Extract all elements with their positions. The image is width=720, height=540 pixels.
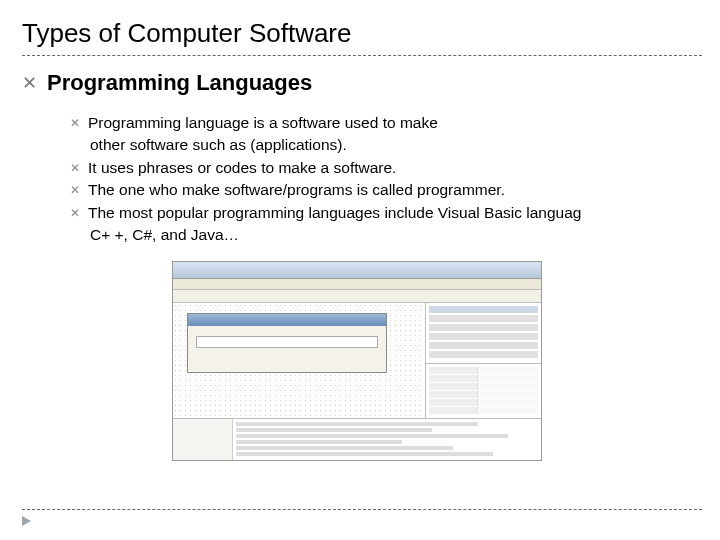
list-item: ✕ The one who make software/programs is … <box>70 179 720 201</box>
ide-titlebar <box>173 262 541 279</box>
heading-row: ✕ Programming Languages <box>22 70 720 96</box>
ide-properties-panel <box>426 364 541 418</box>
next-arrow-icon <box>22 516 31 526</box>
bullet-icon: ✕ <box>70 205 80 222</box>
ide-right-panels <box>426 303 541 418</box>
divider-top <box>22 55 702 56</box>
property-row <box>429 399 538 406</box>
ide-form-window <box>187 313 387 373</box>
tree-row <box>429 342 538 349</box>
tree-row <box>429 315 538 322</box>
slide: Types of Computer Software ✕ Programming… <box>0 0 720 540</box>
bullet-icon: ✕ <box>70 160 80 177</box>
tree-row <box>429 324 538 331</box>
ide-designer-canvas <box>173 303 426 418</box>
slide-title: Types of Computer Software <box>22 18 720 49</box>
ide-output-panel <box>173 418 541 460</box>
ide-body <box>173 303 541 418</box>
list-item: ✕ Programming language is a software use… <box>70 112 720 134</box>
tree-row <box>429 351 538 358</box>
section-heading: Programming Languages <box>47 70 312 96</box>
ide-form-textbox <box>196 336 378 348</box>
tree-row <box>429 333 538 340</box>
property-row <box>429 375 538 382</box>
ide-solution-explorer <box>426 303 541 364</box>
tree-row <box>429 306 538 313</box>
ide-toolbar <box>173 290 541 303</box>
property-row <box>429 391 538 398</box>
bullet-text: Programming language is a software used … <box>88 112 438 134</box>
list-item: ✕ It uses phrases or codes to make a sof… <box>70 157 720 179</box>
ide-output-tabs <box>173 419 233 460</box>
property-row <box>429 407 538 414</box>
property-row <box>429 367 538 374</box>
bullet-text: It uses phrases or codes to make a softw… <box>88 157 396 179</box>
bullet-icon: ✕ <box>70 182 80 199</box>
list-item-continuation: other software such as (applications). <box>90 134 720 156</box>
ide-form-titlebar <box>188 314 386 326</box>
property-row <box>429 383 538 390</box>
divider-bottom <box>22 509 702 510</box>
list-item: ✕ The most popular programming languages… <box>70 202 720 224</box>
heading-bullet-icon: ✕ <box>22 72 37 94</box>
bullet-text: other software such as (applications). <box>90 134 347 156</box>
bullet-text: The most popular programming languages i… <box>88 202 581 224</box>
list-item-continuation: C+ +, C#, and Java… <box>90 224 720 246</box>
bullet-list: ✕ Programming language is a software use… <box>70 112 720 247</box>
ide-output-text <box>233 419 541 460</box>
ide-screenshot <box>172 261 542 461</box>
bullet-text: The one who make software/programs is ca… <box>88 179 505 201</box>
bullet-icon: ✕ <box>70 115 80 132</box>
bullet-text: C+ +, C#, and Java… <box>90 224 239 246</box>
ide-menubar <box>173 279 541 290</box>
